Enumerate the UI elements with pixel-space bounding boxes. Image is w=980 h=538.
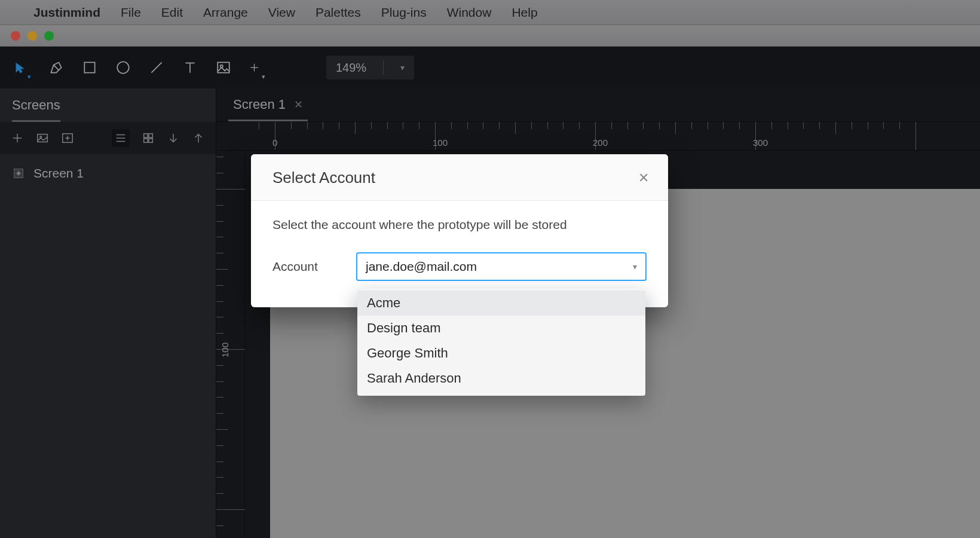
close-icon[interactable]: ✕ <box>638 170 649 186</box>
window-chrome <box>0 25 980 47</box>
editor-tab[interactable]: Screen 1 ✕ <box>228 97 308 121</box>
svg-rect-3 <box>218 62 229 72</box>
svg-point-1 <box>117 62 129 74</box>
app-toolbar: ▾ ▾ 149% ▾ <box>0 47 980 88</box>
select-account-dialog: Select Account ✕ Select the account wher… <box>251 154 668 307</box>
ruler-mark: 200 <box>593 137 608 148</box>
svg-line-2 <box>151 62 161 72</box>
dialog-title: Select Account <box>272 169 375 187</box>
screen-item-label: Screen 1 <box>33 166 84 181</box>
sort-up-icon[interactable] <box>192 132 205 145</box>
account-select[interactable]: jane.doe@mail.com ▾ <box>356 252 647 281</box>
line-tool-icon[interactable] <box>148 59 165 76</box>
menu-plugins[interactable]: Plug-ins <box>381 5 427 20</box>
svg-rect-19 <box>144 139 148 142</box>
window-zoom-icon[interactable] <box>44 31 54 41</box>
dialog-subtitle: Select the account where the prototype w… <box>272 218 647 232</box>
ruler-vertical: 100 <box>216 151 245 538</box>
macos-menubar[interactable]: Justinmind File Edit Arrange View Palett… <box>0 0 980 25</box>
grid-view-icon[interactable] <box>142 132 155 145</box>
account-option[interactable]: George Smith <box>357 341 645 366</box>
screens-panel: Screens Screen 1 <box>0 88 216 538</box>
image-tool-icon[interactable] <box>215 59 232 76</box>
menu-arrange[interactable]: Arrange <box>203 5 248 20</box>
menu-window[interactable]: Window <box>447 5 492 20</box>
screens-panel-tabs: Screens <box>0 88 216 122</box>
zoom-selector[interactable]: 149% ▾ <box>326 56 414 80</box>
zoom-value: 149% <box>336 61 366 75</box>
screens-list: Screen 1 <box>0 154 216 538</box>
menu-edit[interactable]: Edit <box>161 5 183 20</box>
menu-palettes[interactable]: Palettes <box>316 5 361 20</box>
chevron-down-icon: ▾ <box>633 262 637 271</box>
ellipse-tool-icon[interactable] <box>115 59 131 76</box>
account-select-value: jane.doe@mail.com <box>366 259 477 274</box>
svg-rect-20 <box>149 139 152 142</box>
chevron-down-icon: ▾ <box>27 73 31 81</box>
editor-tab-label: Screen 1 <box>233 97 286 112</box>
ruler-mark: 100 <box>433 137 448 148</box>
svg-rect-17 <box>144 134 148 137</box>
list-view-icon[interactable] <box>112 129 130 147</box>
add-tool-icon[interactable]: ▾ <box>249 59 265 76</box>
window-minimize-icon[interactable] <box>27 31 37 41</box>
ruler-mark: 0 <box>272 137 277 148</box>
chevron-down-icon: ▾ <box>262 73 265 81</box>
menu-view[interactable]: View <box>268 5 295 20</box>
text-tool-icon[interactable] <box>182 59 198 76</box>
menu-help[interactable]: Help <box>512 5 537 20</box>
account-field-label: Account <box>272 259 329 274</box>
ruler-mark: 100 <box>220 343 230 357</box>
close-tab-icon[interactable]: ✕ <box>294 98 303 111</box>
pen-tool-icon[interactable] <box>48 59 65 76</box>
screen-icon <box>12 167 25 180</box>
add-screen-icon[interactable] <box>11 132 24 145</box>
editor-tab-bar: Screen 1 ✕ <box>216 88 980 122</box>
add-from-template-icon[interactable] <box>61 132 74 145</box>
select-tool-icon[interactable]: ▾ <box>14 59 31 76</box>
divider <box>383 60 384 75</box>
chevron-down-icon: ▾ <box>400 63 405 72</box>
ruler-horizontal: 0100200300 <box>216 122 980 151</box>
screens-tab[interactable]: Screens <box>12 97 60 122</box>
sort-down-icon[interactable] <box>167 132 180 145</box>
rectangle-tool-icon[interactable] <box>81 59 98 76</box>
window-close-icon[interactable] <box>11 31 20 41</box>
screens-panel-toolbar <box>0 122 216 154</box>
svg-rect-18 <box>149 134 152 137</box>
screen-list-item[interactable]: Screen 1 <box>0 160 216 187</box>
account-dropdown-panel: Acme Design team George Smith Sarah Ande… <box>357 288 645 396</box>
account-option[interactable]: Acme <box>357 291 645 316</box>
image-icon[interactable] <box>36 132 49 145</box>
svg-rect-0 <box>84 62 94 72</box>
account-option[interactable]: Design team <box>357 316 645 341</box>
account-option[interactable]: Sarah Anderson <box>357 366 645 391</box>
app-name[interactable]: Justinmind <box>33 5 100 20</box>
ruler-mark: 300 <box>753 137 768 148</box>
menu-file[interactable]: File <box>121 5 141 20</box>
